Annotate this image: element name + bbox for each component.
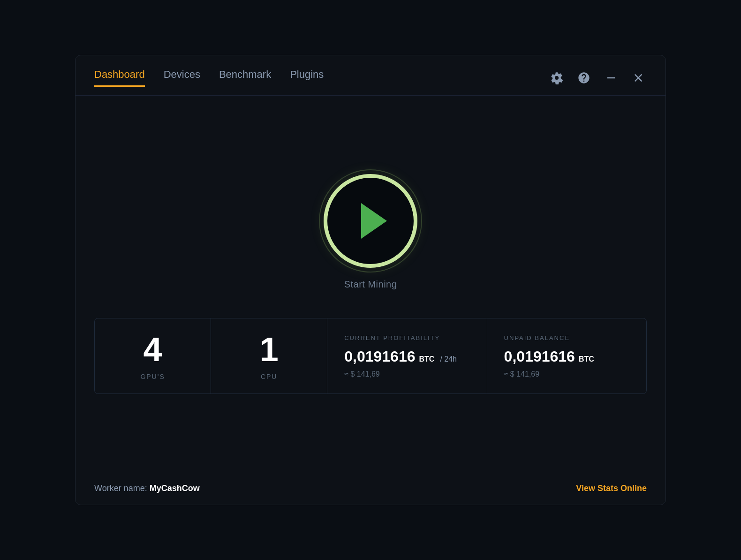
- cpu-label: CPU: [261, 373, 278, 380]
- stats-grid: 4 GPU'S 1 CPU CURRENT PROFITABILITY 0,01…: [94, 318, 647, 394]
- app-window: Dashboard Devices Benchmark Plugins: [75, 55, 666, 505]
- unpaid-btc: 0,0191616 BTC: [504, 348, 594, 365]
- main-content: Start Mining 4 GPU'S 1 CPU CURRENT PROFI…: [76, 96, 665, 472]
- unpaid-usd: ≈ $ 141,69: [504, 370, 540, 378]
- profitability-btc: 0,0191616 BTC / 24h: [344, 348, 457, 365]
- unpaid-title: UNPAID BALANCE: [504, 334, 570, 341]
- help-icon: [577, 71, 590, 84]
- start-mining-button[interactable]: [324, 174, 417, 268]
- view-stats-link[interactable]: View Stats Online: [576, 484, 647, 493]
- tab-plugins[interactable]: Plugins: [290, 68, 324, 87]
- profitability-btc-unit: BTC: [419, 355, 434, 363]
- profitability-btc-number: 0,0191616: [344, 348, 415, 365]
- settings-button[interactable]: [548, 69, 565, 86]
- gpu-count-cell: 4 GPU'S: [95, 318, 211, 394]
- gear-icon: [550, 71, 563, 84]
- cpu-count-cell: 1 CPU: [211, 318, 327, 394]
- nav-controls: [548, 69, 647, 86]
- worker-name: Worker name: MyCashCow: [94, 484, 200, 493]
- profitability-per-24h: / 24h: [440, 355, 457, 363]
- tab-devices[interactable]: Devices: [164, 68, 200, 87]
- worker-name-prefix: Worker name:: [94, 484, 150, 493]
- minimize-icon: [605, 71, 618, 84]
- start-mining-label: Start Mining: [344, 279, 397, 290]
- tab-benchmark[interactable]: Benchmark: [219, 68, 271, 87]
- tab-dashboard[interactable]: Dashboard: [94, 68, 145, 87]
- profitability-usd: ≈ $ 141,69: [344, 370, 380, 378]
- gpu-count: 4: [144, 333, 162, 366]
- play-button-wrapper: Start Mining: [324, 174, 417, 290]
- profitability-title: CURRENT PROFITABILITY: [344, 334, 440, 341]
- footer: Worker name: MyCashCow View Stats Online: [76, 472, 665, 505]
- cpu-count: 1: [260, 333, 279, 366]
- worker-name-value: MyCashCow: [150, 484, 200, 493]
- unpaid-btc-unit: BTC: [579, 355, 594, 363]
- nav-bar: Dashboard Devices Benchmark Plugins: [76, 55, 665, 87]
- minimize-button[interactable]: [603, 69, 620, 86]
- help-button[interactable]: [575, 69, 592, 86]
- unpaid-balance-cell: UNPAID BALANCE 0,0191616 BTC ≈ $ 141,69: [487, 318, 646, 394]
- gpu-label: GPU'S: [140, 373, 165, 380]
- play-icon: [361, 203, 387, 239]
- unpaid-btc-number: 0,0191616: [504, 348, 575, 365]
- nav-tabs: Dashboard Devices Benchmark Plugins: [94, 68, 324, 87]
- profitability-cell: CURRENT PROFITABILITY 0,0191616 BTC / 24…: [327, 318, 487, 394]
- close-icon: [632, 71, 645, 84]
- close-button[interactable]: [630, 69, 647, 86]
